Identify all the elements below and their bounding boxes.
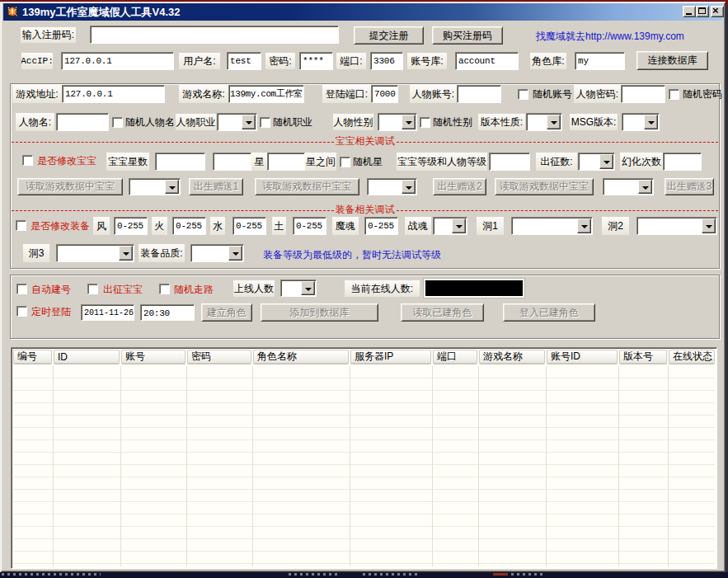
zhanhun-select[interactable]: [433, 217, 467, 235]
column-header[interactable]: 角色名称: [253, 350, 349, 364]
game-name-input[interactable]: 139my.com工作室: [228, 85, 304, 103]
role-table-body: [13, 366, 715, 566]
column-header[interactable]: 账号: [121, 350, 186, 364]
earth-input[interactable]: 0-255: [293, 217, 326, 235]
transform-count-label: 幻化次数: [620, 153, 663, 171]
random-account-checkbox[interactable]: [518, 89, 528, 100]
connect-db-button[interactable]: 连接数据库: [636, 51, 708, 70]
birth-gift-button-2[interactable]: 出生赠送2: [433, 178, 486, 195]
db-password-input[interactable]: ****: [299, 52, 333, 70]
char-name-label: 人物名:: [16, 113, 54, 131]
column-header[interactable]: 账号ID: [547, 350, 618, 364]
online-count-select[interactable]: [280, 280, 317, 297]
transform-count-input[interactable]: [663, 153, 702, 171]
column-header[interactable]: 游戏名称: [479, 350, 545, 364]
pet-select-2[interactable]: [367, 178, 417, 195]
read-pet-button-1[interactable]: 读取游戏数据中宝宝: [17, 178, 123, 195]
water-input[interactable]: 0-255: [232, 217, 266, 235]
column-header[interactable]: 编号: [13, 350, 52, 364]
random-job-checkbox[interactable]: [260, 117, 270, 128]
expedition-pet-checkbox[interactable]: [87, 284, 98, 294]
version-type-select[interactable]: [526, 113, 562, 131]
accip-input[interactable]: 127.0.0.1: [61, 52, 174, 70]
mohun-input[interactable]: 0-255: [364, 217, 398, 235]
hole1-select[interactable]: [511, 217, 593, 235]
char-job-select[interactable]: [217, 113, 257, 131]
fire-input[interactable]: 0-255: [172, 217, 206, 235]
pet-stars-input1[interactable]: [155, 153, 205, 171]
hole2-select[interactable]: [636, 217, 717, 235]
birth-gift-button-1[interactable]: 出生赠送1: [189, 178, 243, 195]
birth-gift-button-3[interactable]: 出生赠送3: [665, 178, 714, 195]
backdrop-bottom-strip: [0, 572, 728, 578]
auto-create-checkbox[interactable]: [16, 284, 27, 294]
login-roles-button[interactable]: 登入已建角色: [503, 303, 595, 322]
pet-dropdown-button-1[interactable]: [165, 180, 179, 194]
random-password-checkbox[interactable]: [669, 89, 679, 100]
expedition-dropdown-button[interactable]: [599, 154, 613, 169]
add-db-button[interactable]: 添加到数据库: [261, 303, 378, 322]
char-name-input[interactable]: [56, 113, 109, 131]
register-code-input[interactable]: [90, 26, 339, 44]
char-account-input[interactable]: [457, 85, 501, 103]
char-password-input[interactable]: [621, 85, 665, 103]
promo-link[interactable]: 找魔域就去http://www.139my.com: [536, 30, 684, 44]
hole2-dropdown-button[interactable]: [702, 219, 716, 233]
random-star-checkbox[interactable]: [340, 157, 350, 167]
login-port-input[interactable]: 7000: [371, 85, 398, 103]
account-db-input[interactable]: account: [455, 52, 519, 70]
db-port-input[interactable]: 3306: [370, 52, 403, 70]
read-pet-button-2[interactable]: 读取游戏数据中宝宝: [255, 178, 359, 195]
column-header[interactable]: 在线状态: [669, 350, 715, 364]
login-date-input[interactable]: 2011-11-26: [81, 304, 134, 321]
char-gender-dropdown-button[interactable]: [402, 115, 416, 129]
column-header[interactable]: 版本号: [619, 350, 667, 364]
online-count-display: [424, 279, 524, 298]
msg-version-dropdown-button[interactable]: [644, 115, 658, 129]
fire-label: 火: [152, 217, 167, 235]
modify-pet-checkbox[interactable]: [22, 155, 33, 166]
equip-quality-select[interactable]: [190, 244, 244, 262]
pet-stars-input3[interactable]: [267, 153, 305, 171]
game-address-input[interactable]: 127.0.0.1: [62, 85, 165, 103]
read-pet-button-3[interactable]: 读取游戏数据中宝宝: [495, 178, 594, 195]
pet-dropdown-button-3[interactable]: [638, 180, 652, 194]
close-button[interactable]: ×: [711, 6, 724, 17]
login-time-input[interactable]: 20:30: [140, 304, 195, 321]
modify-equip-checkbox[interactable]: [16, 220, 26, 231]
maximize-button[interactable]: [696, 6, 709, 17]
random-name-checkbox[interactable]: [112, 117, 123, 128]
timed-login-checkbox[interactable]: [16, 306, 27, 317]
random-gender-checkbox[interactable]: [420, 117, 430, 128]
version-type-dropdown-button[interactable]: [547, 115, 561, 129]
column-header[interactable]: 服务器IP: [350, 350, 431, 364]
pet-select-3[interactable]: [603, 178, 654, 195]
expedition-count-select[interactable]: [578, 153, 615, 171]
pet-dropdown-button-2[interactable]: [402, 180, 416, 194]
msg-version-select[interactable]: [622, 113, 660, 131]
read-roles-button[interactable]: 读取已建角色: [401, 303, 484, 322]
create-role-button[interactable]: 建立角色: [201, 303, 252, 322]
submit-register-button[interactable]: 提交注册: [354, 26, 424, 45]
role-db-input[interactable]: my: [575, 52, 625, 70]
random-walk-checkbox[interactable]: [159, 284, 170, 294]
online-count-dropdown-button[interactable]: [301, 281, 315, 295]
buy-register-button[interactable]: 购买注册码: [432, 26, 503, 45]
zhanhun-dropdown-button[interactable]: [452, 219, 466, 233]
equip-quality-dropdown-button[interactable]: [228, 246, 242, 261]
hole3-select[interactable]: [56, 244, 134, 262]
pet-level-input[interactable]: [489, 153, 530, 171]
db-user-input[interactable]: test: [227, 52, 261, 70]
pet-select-1[interactable]: [129, 178, 181, 195]
pet-stars-input2[interactable]: [213, 153, 251, 171]
column-header[interactable]: 端口: [433, 350, 477, 364]
column-header[interactable]: 密码: [187, 350, 251, 364]
minimize-button[interactable]: [683, 6, 696, 17]
hole1-dropdown-button[interactable]: [577, 219, 591, 233]
char-job-dropdown-button[interactable]: [242, 115, 256, 129]
char-gender-select[interactable]: [378, 113, 417, 131]
column-header[interactable]: ID: [54, 350, 120, 364]
wind-input[interactable]: 0-255: [114, 217, 148, 235]
table-gridline: [668, 366, 669, 566]
hole3-dropdown-button[interactable]: [119, 246, 133, 261]
